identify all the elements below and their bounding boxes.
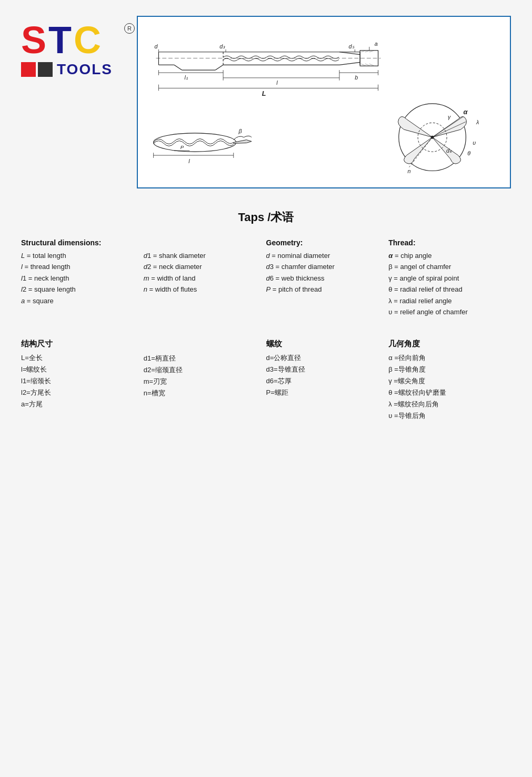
diagram-area: d d₃ d₅ a l₁ l xyxy=(137,16,511,188)
thread-item-upsilon: υ = relief angle of chamfer xyxy=(388,306,506,317)
title-section: Taps /术语 xyxy=(21,210,511,225)
struct-item-l2: l2 = square length xyxy=(21,284,138,295)
structural-dimensions-col: Structural dimensions: L = total length … xyxy=(21,238,144,318)
svg-text:P: P xyxy=(180,144,184,150)
geo-item-P: P = pitch of thread xyxy=(266,284,384,295)
thread-item-beta: β = angel of chamfer xyxy=(388,261,506,272)
svg-line-5 xyxy=(215,65,223,70)
cn-structural-header: 结构尺寸 xyxy=(21,339,138,349)
logo-squares xyxy=(21,62,53,77)
svg-text:d₅: d₅ xyxy=(349,43,355,49)
svg-line-15 xyxy=(361,64,366,66)
struct-item-L: L = total length xyxy=(21,250,138,261)
cn-struct-l1: l1=缩颈长 xyxy=(21,375,138,387)
cn-thread-d: d=公称直径 xyxy=(266,352,384,364)
svg-text:d₃: d₃ xyxy=(219,43,225,49)
svg-text:l: l xyxy=(276,79,278,86)
cn-geo-theta: θ =螺纹径向铲磨量 xyxy=(388,387,506,399)
svg-text:υ: υ xyxy=(473,140,476,146)
thread-item-alpha: α = chip angle xyxy=(388,250,506,261)
logo-stc: S T C R xyxy=(21,21,126,59)
thread-item-theta: θ = radial relief of thread xyxy=(388,284,506,295)
svg-point-43 xyxy=(154,133,236,152)
svg-text:L: L xyxy=(262,89,266,97)
cn-thread-P: P=螺距 xyxy=(266,387,384,399)
svg-text:d₆: d₆ xyxy=(446,147,452,154)
thread-col: Thread: α = chip angle β = angel of cham… xyxy=(388,238,511,318)
svg-text:θ: θ xyxy=(467,150,470,156)
struct-item-n: n = width of flutes xyxy=(144,284,261,295)
cn-struct-l: l=螺纹长 xyxy=(21,364,138,375)
page-title: Taps /术语 xyxy=(21,210,511,225)
svg-text:d: d xyxy=(155,43,158,49)
cn-thread-col: 螺纹 d=公称直径 d3=导锥直径 d6=芯厚 P=螺距 xyxy=(266,339,389,422)
struct-item-d2: d2 = neck diameter xyxy=(144,261,261,272)
svg-line-16 xyxy=(365,64,370,66)
cn-geo-beta: β =导锥角度 xyxy=(388,364,506,375)
geo-item-d6: d6 = web thickness xyxy=(266,273,384,284)
cn-struct-a: a=方尾 xyxy=(21,399,138,410)
struct-item-d1: d1 = shank diameter xyxy=(144,250,261,261)
cn-geometry-col: 几何角度 α =径向前角 β =导锥角度 γ =螺尖角度 θ =螺纹径向铲磨量 … xyxy=(388,339,511,422)
cn-thread-header: 螺纹 xyxy=(266,339,384,349)
structural-dimensions-header: Structural dimensions: xyxy=(21,238,138,247)
top-section: S T C R TOOLS xyxy=(21,16,511,188)
logo-s-letter: S xyxy=(21,21,46,59)
svg-text:γ: γ xyxy=(448,114,451,120)
svg-text:λ: λ xyxy=(476,119,479,125)
svg-text:l₁: l₁ xyxy=(185,74,188,81)
thread-item-gamma: γ = angle of spiral point xyxy=(388,273,506,284)
page: S T C R TOOLS xyxy=(0,0,532,777)
svg-line-3 xyxy=(174,65,182,70)
svg-text:n: n xyxy=(407,168,410,174)
geo-item-d: d = nominal diameter xyxy=(266,250,384,261)
logo-red-square xyxy=(21,62,36,77)
logo-area: S T C R TOOLS xyxy=(21,16,126,78)
svg-text:l: l xyxy=(188,158,190,164)
struct-item-l: l = thread length xyxy=(21,261,138,272)
cn-struct-L: L=全长 xyxy=(21,352,138,364)
logo-tools-text: TOOLS xyxy=(57,61,113,78)
cn-geo-alpha: α =径向前角 xyxy=(388,352,506,364)
chinese-section: 结构尺寸 L=全长 l=螺纹长 l1=缩颈长 l2=方尾长 a=方尾 d1=柄直… xyxy=(21,339,511,422)
svg-text:b: b xyxy=(355,74,358,81)
cn-structural-col2: d1=柄直径 d2=缩颈直径 m=刃宽 n=槽宽 xyxy=(144,339,266,422)
thread-item-lambda: λ = radial relief angle xyxy=(388,295,506,306)
technical-diagram: d d₃ d₅ a l₁ l xyxy=(143,22,505,180)
svg-text:α: α xyxy=(463,108,468,116)
svg-line-17 xyxy=(369,64,375,66)
cn-geo-lambda: λ =螺纹径向后角 xyxy=(388,399,506,410)
geo-item-d3: d3 = chamfer diameter xyxy=(266,261,384,272)
struct-item-l1: l1 = neck length xyxy=(21,273,138,284)
cn-struct-l2: l2=方尾长 xyxy=(21,387,138,399)
structural-dimensions-col2: d1 = shank diameter d2 = neck diameter m… xyxy=(144,238,266,318)
svg-text:β: β xyxy=(238,128,242,134)
svg-line-8 xyxy=(339,52,360,55)
cn-geo-upsilon: υ =导锥后角 xyxy=(388,410,506,422)
cn-geometry-header: 几何角度 xyxy=(388,339,506,349)
geometry-col: Geometry: d = nominal diameter d3 = cham… xyxy=(266,238,389,318)
cn-struct-m: m=刃宽 xyxy=(144,376,261,387)
logo-bar: TOOLS xyxy=(21,61,126,78)
svg-line-9 xyxy=(339,62,360,65)
logo-t-letter: T xyxy=(48,21,72,59)
cn-thread-d6: d6=芯厚 xyxy=(266,375,384,387)
cn-struct-d2: d2=缩颈直径 xyxy=(144,364,261,376)
cn-struct-n: n=槽宽 xyxy=(144,387,261,399)
cn-geo-gamma: γ =螺尖角度 xyxy=(388,375,506,387)
registered-icon: R xyxy=(124,23,135,34)
terminology-section: Structural dimensions: L = total length … xyxy=(21,238,511,318)
thread-header: Thread: xyxy=(388,238,506,247)
geometry-header: Geometry: xyxy=(266,238,384,247)
struct-item-a: a = square xyxy=(21,295,138,306)
struct-item-m: m = width of land xyxy=(144,273,261,284)
cn-thread-d3: d3=导锥直径 xyxy=(266,364,384,375)
cn-struct-d1: d1=柄直径 xyxy=(144,353,261,364)
logo-black-square xyxy=(38,62,53,77)
svg-text:a: a xyxy=(375,41,378,47)
cn-structural-col: 结构尺寸 L=全长 l=螺纹长 l1=缩颈长 l2=方尾长 a=方尾 xyxy=(21,339,144,422)
logo-c-letter: C xyxy=(74,21,101,59)
